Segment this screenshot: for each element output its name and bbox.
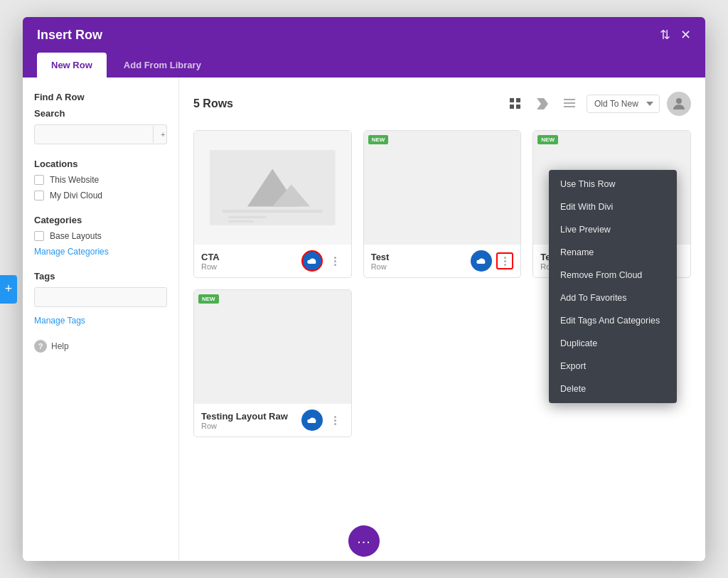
locations-section: Locations This Website My Divi Cloud <box>34 159 167 200</box>
card-preview-cta <box>194 131 351 245</box>
context-duplicate[interactable]: Duplicate <box>549 332 677 355</box>
tags-section: Tags Manage Tags <box>34 271 167 326</box>
card-info-cta: CTA Row <box>201 252 301 271</box>
filter-button[interactable]: + Filter <box>153 126 167 143</box>
preview-pattern-test <box>364 131 521 245</box>
sort-icon[interactable]: ⇅ <box>660 27 670 43</box>
float-action-button[interactable]: ··· <box>348 525 380 557</box>
context-live-preview[interactable]: Live Preview <box>549 218 677 241</box>
context-edit-with-divi[interactable]: Edit With Divi <box>549 196 677 218</box>
preview-pattern-testing-layout-raw <box>194 290 351 404</box>
svg-marker-4 <box>537 98 548 109</box>
tab-new-row[interactable]: New Row <box>37 53 107 77</box>
tag-view-button[interactable] <box>532 94 552 114</box>
manage-categories-link[interactable]: Manage Categories <box>34 247 167 257</box>
card-actions-test <box>471 250 513 272</box>
context-use-this-row[interactable]: Use This Row <box>549 173 677 196</box>
context-edit-tags-categories[interactable]: Edit Tags And Categories <box>549 309 677 332</box>
location-this-website: This Website <box>34 175 167 185</box>
categories-title: Categories <box>34 215 167 225</box>
svg-rect-3 <box>516 105 520 109</box>
modal-header: Insert Row ⇅ ✕ <box>23 17 705 53</box>
card-footer-test: Test Row <box>364 245 521 277</box>
card-actions-testing-layout-raw <box>301 410 344 431</box>
svg-rect-6 <box>564 102 575 104</box>
location-my-divi-cloud: My Divi Cloud <box>34 191 167 200</box>
search-label: Search <box>34 108 167 119</box>
card-type-cta: Row <box>201 262 301 271</box>
row-card-test: new Test Row <box>363 130 522 278</box>
svg-rect-13 <box>229 216 267 219</box>
sidebar: Find A Row Search + Filter Locations Thi… <box>23 77 179 561</box>
svg-rect-0 <box>510 98 514 102</box>
user-avatar[interactable] <box>667 92 691 116</box>
card-preview-test: new <box>364 131 521 245</box>
card-title-test: Test <box>371 252 471 262</box>
base-layouts-label: Base Layouts <box>50 231 102 241</box>
edge-add-button[interactable]: + <box>0 275 17 304</box>
help-button[interactable]: ? Help <box>34 340 167 353</box>
search-input[interactable] <box>35 125 153 144</box>
main-content: 5 Rows <box>179 77 705 561</box>
category-base-layouts: Base Layouts <box>34 231 167 241</box>
tags-input[interactable] <box>34 287 167 307</box>
sort-select[interactable]: Old To New New To Old A-Z Z-A <box>587 95 660 113</box>
cloud-button-cta[interactable] <box>301 250 323 272</box>
card-type-test: Row <box>371 262 471 271</box>
this-website-checkbox[interactable] <box>34 175 44 185</box>
categories-section: Categories Base Layouts Manage Categorie… <box>34 215 167 257</box>
cloud-button-test[interactable] <box>471 250 492 272</box>
help-label: Help <box>51 341 69 351</box>
new-badge-test-layout: new <box>537 135 558 144</box>
context-rename[interactable]: Rename <box>549 241 677 264</box>
page-wrapper: + Insert Row ⇅ ✕ New Row Add From Librar… <box>0 0 728 578</box>
context-export[interactable]: Export <box>549 355 677 378</box>
context-add-to-favorites[interactable]: Add To Favorites <box>549 287 677 309</box>
base-layouts-checkbox[interactable] <box>34 231 44 241</box>
svg-rect-7 <box>564 106 575 107</box>
grid-view-button[interactable] <box>505 94 525 114</box>
dots-icon: ··· <box>357 533 371 550</box>
modal-header-actions: ⇅ ✕ <box>660 27 691 43</box>
context-remove-from-cloud[interactable]: Remove From Cloud <box>549 264 677 287</box>
card-info-test: Test Row <box>371 252 471 271</box>
svg-rect-14 <box>229 220 254 223</box>
row-card-cta: CTA Row <box>193 130 352 278</box>
header-controls: Old To New New To Old A-Z Z-A <box>505 92 691 116</box>
context-delete[interactable]: Delete <box>549 378 677 400</box>
tab-add-from-library[interactable]: Add From Library <box>109 53 215 77</box>
preview-image-cta <box>210 142 336 233</box>
card-preview-testing-layout-raw: new <box>194 290 351 404</box>
list-view-button[interactable] <box>560 94 579 114</box>
more-options-testing-layout-raw[interactable] <box>327 412 344 429</box>
new-badge-testing-layout-raw: new <box>198 294 219 304</box>
modal-body: Find A Row Search + Filter Locations Thi… <box>23 77 705 561</box>
card-footer-cta: CTA Row <box>194 245 351 277</box>
plus-icon: + <box>5 282 13 296</box>
more-options-cta[interactable] <box>327 252 344 269</box>
search-input-wrap: + Filter <box>34 124 167 144</box>
svg-rect-12 <box>223 210 323 213</box>
card-footer-testing-layout-raw: Testing Layout Raw Row <box>194 404 351 437</box>
tags-title: Tags <box>34 271 167 282</box>
more-options-test[interactable] <box>496 252 513 269</box>
manage-tags-link[interactable]: Manage Tags <box>34 316 167 326</box>
row-card-testing-layout-raw: new Testing Layout Raw Row <box>193 289 352 437</box>
this-website-label: This Website <box>50 175 99 185</box>
svg-point-8 <box>676 98 682 104</box>
modal-title: Insert Row <box>37 28 102 43</box>
close-icon[interactable]: ✕ <box>680 27 691 43</box>
card-type-testing-layout-raw: Row <box>201 422 301 430</box>
card-title-cta: CTA <box>201 252 301 262</box>
help-icon: ? <box>34 340 47 353</box>
search-section: Search + Filter <box>34 108 167 144</box>
my-divi-cloud-checkbox[interactable] <box>34 191 44 200</box>
svg-rect-2 <box>510 105 514 109</box>
cloud-button-testing-layout-raw[interactable] <box>301 410 323 431</box>
my-divi-cloud-label: My Divi Cloud <box>50 191 102 200</box>
svg-rect-5 <box>564 99 575 100</box>
card-actions-cta <box>301 250 344 272</box>
card-info-testing-layout-raw: Testing Layout Raw Row <box>201 411 301 430</box>
insert-row-modal: Insert Row ⇅ ✕ New Row Add From Library … <box>23 17 705 561</box>
sidebar-title: Find A Row <box>34 92 167 102</box>
